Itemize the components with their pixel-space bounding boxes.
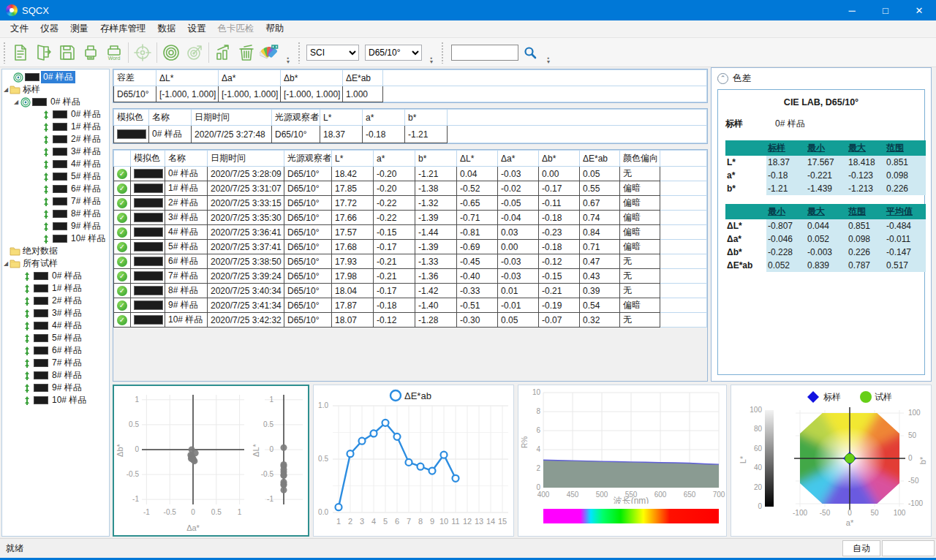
standard-header-3[interactable]: 光源观察者 (272, 110, 320, 126)
tree-all-sample-10[interactable]: 10# 样品 (2, 394, 109, 406)
minimize-button[interactable]: ─ (835, 0, 869, 20)
tolerance-header-2[interactable]: Δa* (219, 70, 281, 86)
auto-mode-button[interactable]: 自动 (842, 540, 880, 556)
samples-header-11[interactable]: ΔE*ab (580, 151, 620, 167)
samples-header-7[interactable]: b* (415, 151, 457, 167)
menu-item-5[interactable]: 数据 (152, 20, 182, 37)
tree-standard-sample-6[interactable]: 6# 样品 (2, 183, 109, 195)
chart-button[interactable] (211, 41, 235, 64)
menu-item-7[interactable]: 色卡匹检 (212, 20, 260, 37)
tree-folder-all[interactable]: ◢所有试样 (2, 257, 109, 270)
crosshair-button[interactable] (131, 41, 154, 64)
standard-header-5[interactable]: a* (363, 110, 405, 126)
color-search-button[interactable] (258, 41, 282, 64)
samples-header-2[interactable]: 名称 (165, 151, 208, 167)
tree-standard-sample-5[interactable]: 5# 样品 (2, 170, 109, 183)
menu-item-6[interactable]: 设置 (182, 20, 212, 37)
tree-standard-sample-9[interactable]: 9# 样品 (2, 220, 109, 232)
tolerance-header-1[interactable]: ΔL* (156, 70, 219, 86)
samples-header-5[interactable]: L* (332, 151, 374, 167)
tree-standard-sample-0[interactable]: 0# 样品 (2, 108, 109, 121)
sample-row-6[interactable]: ✓6# 样品2020/7/25 3:38:50D65/10°17.93-0.21… (114, 254, 707, 269)
tree-all-sample-0[interactable]: 0# 样品 (2, 270, 109, 282)
samples-header-9[interactable]: Δa* (498, 151, 539, 167)
tree-all-sample-6[interactable]: 6# 样品 (2, 344, 109, 357)
tree-standard-sample-7[interactable]: 7# 样品 (2, 195, 109, 208)
status-extra-button[interactable] (882, 540, 935, 556)
toolbar-overflow-icon[interactable]: ▪▾ (428, 42, 435, 64)
tree-standard-sample-4[interactable]: 4# 样品 (2, 158, 109, 170)
tree-all-sample-4[interactable]: 4# 样品 (2, 319, 109, 332)
standard-header-6[interactable]: b* (405, 110, 448, 126)
tree-all-sample-8[interactable]: 8# 样品 (2, 369, 109, 382)
tree-expand-icon[interactable]: ◢ (12, 99, 20, 105)
menu-item-3[interactable]: 测量 (64, 20, 94, 37)
calibrate-button[interactable] (159, 41, 183, 64)
print-word-button[interactable]: Word (102, 41, 126, 64)
sample-row-3[interactable]: ✓3# 样品2020/7/25 3:35:30D65/10°17.66-0.22… (114, 211, 707, 225)
collapse-panel-icon[interactable]: ⌃ (717, 73, 728, 84)
samples-header-12[interactable]: 颜色偏向 (620, 151, 660, 167)
close-button[interactable]: ✕ (902, 0, 936, 20)
tolerance-header-3[interactable]: Δb* (281, 70, 343, 86)
sample-row-8[interactable]: ✓8# 样品2020/7/25 3:40:34D65/10°18.04-0.17… (114, 284, 707, 298)
spectral-reflectance-chart[interactable]: 0246810400450500550600650700R%波长(nm) (518, 385, 727, 537)
tree-all-sample-3[interactable]: 3# 样品 (2, 307, 109, 319)
samples-header-3[interactable]: 日期时间 (208, 151, 284, 167)
tree-folder-standard[interactable]: ◢标样 (2, 83, 109, 96)
samples-header-6[interactable]: a* (374, 151, 415, 167)
toolbar-overflow-icon[interactable]: ▪▾ (284, 42, 292, 64)
samples-header-0[interactable] (114, 151, 131, 167)
delta-e-trend-chart[interactable]: ΔE*ab1234567891011121314150.00.51.0 (313, 385, 514, 537)
sample-row-4[interactable]: ✓4# 样品2020/7/25 3:36:41D65/10°17.57-0.15… (114, 225, 707, 240)
samples-header-4[interactable]: 光源观察者 (284, 151, 332, 167)
tree-standard-node[interactable]: ◢0# 样品 (2, 96, 109, 108)
tree-standard-sample-10[interactable]: 10# 样品 (2, 232, 109, 245)
samples-header-1[interactable]: 模拟色 (131, 151, 165, 167)
search-button[interactable] (518, 41, 542, 64)
menu-item-8[interactable]: 帮助 (260, 20, 290, 37)
tolerance-header-4[interactable]: ΔE*ab (343, 70, 383, 86)
sample-row-10[interactable]: ✓10# 样品2020/7/25 3:42:32D65/10°18.07-0.1… (114, 313, 707, 328)
sample-row-2[interactable]: ✓2# 样品2020/7/25 3:33:15D65/10°17.72-0.22… (114, 196, 707, 211)
samples-header-8[interactable]: ΔL* (457, 151, 498, 167)
menu-item-1[interactable]: 文件 (4, 20, 34, 37)
tolerance-header-0[interactable]: 容差 (114, 70, 156, 86)
delete-button[interactable] (235, 41, 258, 64)
standard-header-2[interactable]: 日期时间 (192, 110, 272, 126)
tree-current-standard[interactable]: 0# 样品 (2, 71, 109, 83)
tree-folder-absolute[interactable]: 绝对数据 (2, 245, 109, 257)
tree-expand-icon[interactable]: ◢ (2, 260, 10, 267)
tree-all-sample-7[interactable]: 7# 样品 (2, 357, 109, 369)
menu-item-2[interactable]: 仪器 (34, 20, 64, 37)
illuminant-select[interactable]: D65/10° (365, 45, 422, 61)
toolbar-overflow-icon[interactable]: ▪▾ (545, 42, 552, 64)
tree-standard-sample-3[interactable]: 3# 样品 (2, 145, 109, 158)
tree-expand-icon[interactable]: ◢ (2, 86, 10, 93)
sample-row-7[interactable]: ✓7# 样品2020/7/25 3:39:24D65/10°17.98-0.21… (114, 269, 707, 284)
tree-standard-sample-8[interactable]: 8# 样品 (2, 208, 109, 220)
measure-mode-select[interactable]: SCI (306, 45, 359, 61)
delta-ab-scatter-chart[interactable]: -1-1-0.5-0.5000.50.511Δa*Δb*-1-0.500.51Δ… (113, 385, 309, 537)
sample-row-5[interactable]: ✓5# 样品2020/7/25 3:37:41D65/10°17.68-0.17… (114, 240, 707, 254)
target-measure-button[interactable] (183, 41, 206, 64)
sample-row-1[interactable]: ✓1# 样品2020/7/25 3:31:07D65/10°17.85-0.20… (114, 181, 707, 196)
tree-all-sample-2[interactable]: 2# 样品 (2, 295, 109, 307)
new-document-button[interactable] (9, 41, 32, 64)
standard-header-4[interactable]: L* (320, 110, 363, 126)
search-input[interactable] (451, 45, 518, 61)
standard-header-0[interactable]: 模拟色 (114, 110, 149, 126)
tree-all-sample-5[interactable]: 5# 样品 (2, 332, 109, 344)
sample-row-9[interactable]: ✓9# 样品2020/7/25 3:41:34D65/10°17.87-0.18… (114, 298, 707, 313)
export-button[interactable] (32, 41, 56, 64)
sample-row-0[interactable]: ✓0# 样品2020/7/25 3:28:09D65/10°18.42-0.20… (114, 167, 707, 181)
tree-standard-sample-2[interactable]: 2# 样品 (2, 133, 109, 145)
print-button[interactable] (79, 41, 102, 64)
tree-all-sample-1[interactable]: 1# 样品 (2, 282, 109, 295)
save-button[interactable] (56, 41, 79, 64)
tree-standard-sample-1[interactable]: 1# 样品 (2, 121, 109, 133)
lab-gamut-chart[interactable]: 标样试样100806040200L*100500-50-100-100-5005… (731, 385, 932, 537)
samples-header-10[interactable]: Δb* (539, 151, 580, 167)
maximize-button[interactable]: □ (869, 0, 902, 20)
menu-item-4[interactable]: 存样库管理 (94, 20, 152, 37)
